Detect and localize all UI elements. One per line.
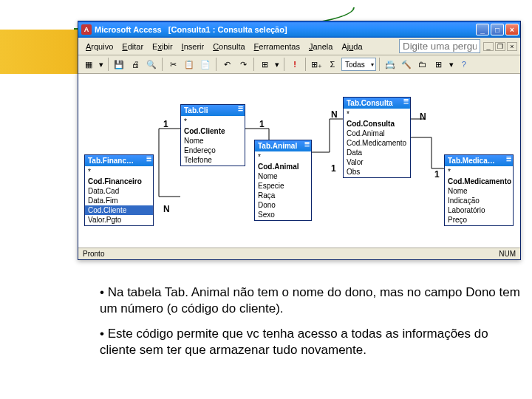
mdi-restore-button[interactable]: ❐ [495,42,505,51]
field-codanimal[interactable]: Cod.Animal [344,129,410,138]
field-list: * Cod.Medicamento Nome Indicação Laborat… [445,166,513,225]
menu-arquivo[interactable]: Arquivo [81,41,117,52]
menu-editar[interactable]: Editar [117,41,148,52]
field-nome[interactable]: Nome [445,186,513,196]
properties-button[interactable]: 📇 [383,57,398,72]
field-codfinanceiro[interactable]: Cod.Financeiro [85,177,153,186]
table-cli[interactable]: Tab.Cli * Cod.Cliente Nome Endereço Tele… [180,104,245,166]
field-nome[interactable]: Nome [181,136,245,146]
decorative-yellow-bar [0,30,78,74]
field-list: * Cod.Financeiro Data.Cad Data.Fim Cod.C… [85,166,153,225]
field-codcliente[interactable]: Cod.Cliente [181,126,245,136]
toolbar: ▦ ▾ 💾 🖨 🔍 ✂ 📋 📄 ↶ ↷ ⊞ ▾ ! ⊞₊ Σ Todas 📇 🔨… [78,55,520,74]
table-financ[interactable]: Tab.Financ… * Cod.Financeiro Data.Cad Da… [84,154,154,226]
paste-button[interactable]: 📄 [198,57,213,72]
cardinality-many: N [331,109,338,120]
view-dropdown-icon[interactable]: ▾ [98,57,105,72]
menu-exibir[interactable]: Exibir [148,41,177,52]
field-sexo[interactable]: Sexo [255,210,311,219]
cut-button[interactable]: ✂ [166,57,180,72]
field-codanimal[interactable]: Cod.Animal [255,162,311,171]
menu-consulta[interactable]: Consulta [208,41,249,52]
field-nome[interactable]: Nome [255,171,311,181]
mdi-minimize-button[interactable]: _ [483,42,494,51]
field-especie[interactable]: Especie [255,181,311,191]
field-telefone[interactable]: Telefone [181,155,245,165]
save-button[interactable]: 💾 [112,57,126,72]
table-title[interactable]: Tab.Medica… [445,155,513,166]
field-star[interactable]: * [255,152,311,162]
new-object-button[interactable]: ⊞ [432,57,446,72]
mdi-controls: _ ❐ × [483,42,517,51]
separator [379,58,380,71]
statusbar: Pronto NUM [78,248,520,259]
print-button[interactable]: 🖨 [128,57,143,72]
cardinality-one: 1 [331,163,336,174]
cardinality-many: N [163,204,170,214]
field-codmedicamento[interactable]: Cod.Medicamento [445,177,513,186]
field-datafim[interactable]: Data.Fim [85,196,153,205]
field-star[interactable]: * [85,167,153,177]
db-window-button[interactable]: 🗀 [415,57,430,72]
field-list: * Cod.Animal Nome Especie Raça Dono Sexo [255,151,311,220]
close-button[interactable]: × [505,24,519,35]
field-obs[interactable]: Obs [344,167,410,177]
field-star[interactable]: * [181,117,245,126]
field-star[interactable]: * [445,167,513,177]
help-search-input[interactable] [399,39,480,53]
minimize-button[interactable]: _ [476,24,489,35]
field-valor[interactable]: Valor [344,157,410,167]
undo-button[interactable]: ↶ [219,57,234,72]
table-consulta[interactable]: Tab.Consulta * Cod.Consulta Cod.Animal C… [343,97,411,178]
field-preco[interactable]: Preço [445,215,513,225]
table-title[interactable]: Tab.Animal [255,140,311,151]
run-button[interactable]: ! [287,57,302,72]
query-type-dropdown-icon[interactable]: ▾ [273,57,281,72]
field-laboratorio[interactable]: Laboratório [445,205,513,215]
field-dono[interactable]: Dono [255,200,311,210]
table-title[interactable]: Tab.Cli [181,105,245,116]
maximize-button[interactable]: □ [491,24,504,35]
top-values-dropdown[interactable]: Todas [341,58,376,71]
menu-janela[interactable]: Janela [304,41,337,52]
field-valorpgto[interactable]: Valor.Pgto [85,215,153,225]
field-codmedicamento[interactable]: Cod.Medicamento [344,138,410,148]
field-raca[interactable]: Raça [255,191,311,200]
field-codconsulta[interactable]: Cod.Consulta [344,119,410,129]
menu-inserir[interactable]: Inserir [177,41,209,52]
field-indicacao[interactable]: Indicação [445,196,513,205]
field-datacad[interactable]: Data.Cad [85,186,153,196]
table-title[interactable]: Tab.Consulta [344,98,410,109]
menu-ferramentas[interactable]: Ferramentas [250,41,304,52]
app-name: Microsoft Access [95,25,162,34]
titlebar: A Microsoft Access [Consulta1 : Consulta… [78,21,520,38]
menu-ajuda[interactable]: Ajuda [337,41,366,52]
table-title[interactable]: Tab.Financ… [85,155,153,166]
slide-bullets: • Na tabela Tab. Animal não tem o nome d… [100,284,521,367]
new-object-dropdown-icon[interactable]: ▾ [448,57,455,72]
table-animal[interactable]: Tab.Animal * Cod.Animal Nome Especie Raç… [254,140,312,221]
field-star[interactable]: * [344,109,410,119]
redo-button[interactable]: ↷ [236,57,250,72]
mdi-close-button[interactable]: × [507,42,517,51]
view-button[interactable]: ▦ [81,57,96,72]
copy-button[interactable]: 📋 [182,57,197,72]
cardinality-many: N [420,112,426,122]
help-button[interactable]: ? [457,57,471,72]
field-data[interactable]: Data [344,148,410,157]
preview-button[interactable]: 🔍 [144,57,159,72]
query-design-canvas[interactable]: 1 1 N 1 N 1 N N Tab.Cli * Cod.Cliente No… [78,74,520,248]
show-table-button[interactable]: ⊞₊ [309,57,324,72]
bullet-1: • Na tabela Tab. Animal não tem o nome d… [100,284,521,317]
query-type-button[interactable]: ⊞ [257,57,272,72]
field-codcliente[interactable]: Cod.Cliente [85,205,153,215]
field-endereco[interactable]: Endereço [181,146,245,155]
table-medica[interactable]: Tab.Medica… * Cod.Medicamento Nome Indic… [444,154,514,226]
separator [162,58,163,71]
separator [108,58,109,71]
build-button[interactable]: 🔨 [399,57,414,72]
window-title: Microsoft Access [Consulta1 : Consulta s… [95,25,476,34]
separator [284,58,284,71]
access-icon: A [81,24,92,35]
totals-button[interactable]: Σ [325,57,340,72]
